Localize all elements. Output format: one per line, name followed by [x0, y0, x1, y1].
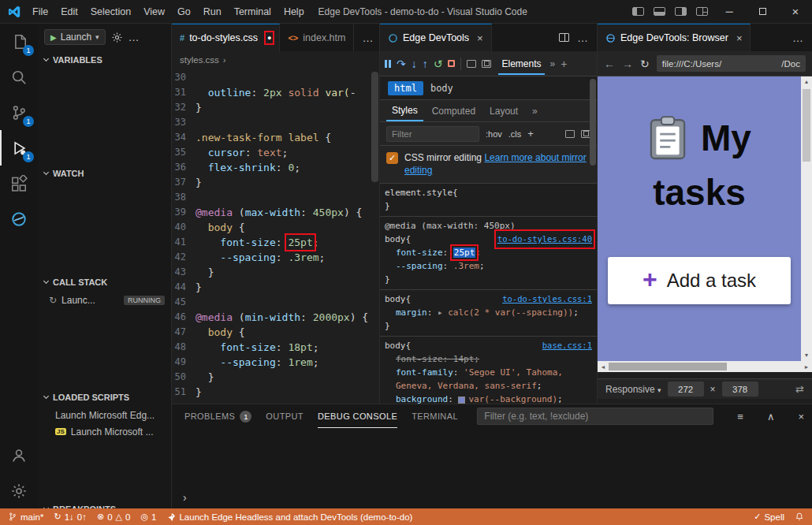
console-options-icon[interactable]: ≡	[737, 411, 743, 423]
source-link[interactable]: to-do-styles.css:1	[502, 292, 592, 306]
extensions-icon[interactable]	[0, 166, 38, 201]
close-panel-icon[interactable]: ×	[798, 411, 804, 423]
close-button[interactable]: ×	[779, 0, 812, 24]
console-filter-input[interactable]	[477, 408, 713, 425]
more-actions-icon[interactable]: …	[129, 31, 140, 43]
modified-dot-icon[interactable]: ●	[267, 34, 271, 42]
device-emulation-icon[interactable]	[482, 60, 491, 68]
editor-actions-icon[interactable]: …	[577, 32, 589, 44]
split-editor-icon[interactable]	[559, 33, 569, 42]
branch-status[interactable]: main*	[8, 512, 43, 522]
section-breakpoints[interactable]: BREAKPOINTS	[38, 500, 171, 508]
tab-elements[interactable]: Elements	[498, 53, 544, 75]
tab-styles[interactable]: Styles	[386, 100, 423, 121]
problems-status[interactable]: ⊗ 0 △ 0	[97, 512, 131, 522]
menu-run[interactable]: Run	[197, 3, 228, 20]
code-line-46[interactable]: 46@media (min-width: 2000px) {	[172, 310, 379, 325]
code-line-32[interactable]: 32}	[172, 100, 379, 115]
tab-computed[interactable]: Computed	[426, 100, 481, 121]
edge-devtools-extension-icon[interactable]	[0, 201, 38, 236]
code-line-44[interactable]: 44}	[172, 280, 379, 295]
mirror-editing-checkbox[interactable]: ✓	[386, 152, 398, 164]
rule-selector[interactable]: element.style	[385, 186, 453, 199]
source-link[interactable]: to-do-styles.css:40	[497, 233, 592, 246]
code-line-48[interactable]: 48 font-size: 18pt;	[172, 340, 379, 355]
call-stack-session[interactable]: ↻ Launc... RUNNING	[38, 292, 171, 309]
back-icon[interactable]: ←	[604, 58, 615, 70]
code-editor[interactable]: 3031 outline: 2px solid var(-32}3334.new…	[172, 69, 379, 404]
new-style-rule-icon[interactable]: +	[527, 128, 534, 140]
dom-node-body[interactable]: body	[430, 83, 453, 94]
menu-go[interactable]: Go	[171, 3, 197, 20]
debug-console-content[interactable]: ›	[172, 428, 812, 508]
toggle-class-button[interactable]: .cls	[508, 129, 522, 139]
sync-status[interactable]: ↻ 1↓ 0↑	[54, 512, 87, 522]
ports-status[interactable]: ◎ 1	[140, 512, 156, 522]
console-prompt-icon[interactable]: ›	[183, 491, 187, 504]
tab-index-htm[interactable]: <> index.htm	[280, 24, 354, 51]
close-icon[interactable]: ×	[736, 32, 743, 44]
rule-selector[interactable]: body	[385, 339, 406, 352]
styles-filter-input[interactable]	[386, 126, 479, 142]
viewport-vertical-scrollbar[interactable]: ▲ ▼	[801, 76, 812, 361]
tab-layout[interactable]: Layout	[484, 100, 523, 121]
editor-actions-icon[interactable]: …	[792, 32, 804, 44]
tab-devtools-browser[interactable]: Edge DevTools: Browser ×	[598, 24, 751, 51]
loaded-script-item[interactable]: Launch Microsoft Edg...	[38, 407, 171, 423]
accounts-icon[interactable]	[0, 438, 38, 473]
code-line-45[interactable]: 45	[172, 295, 379, 310]
section-call-stack[interactable]: CALL STACK	[38, 273, 171, 292]
style-property[interactable]: background: var(--background);	[385, 393, 592, 404]
menu-selection[interactable]: Selection	[84, 3, 137, 20]
customize-layout-icon[interactable]	[696, 7, 708, 16]
rotate-dimensions-icon[interactable]: ⇄	[795, 383, 804, 395]
rule-selector[interactable]: body	[385, 233, 406, 246]
code-line-43[interactable]: 43 }	[172, 265, 379, 280]
menu-file[interactable]: File	[26, 3, 54, 20]
launch-config-dropdown[interactable]: ▶ Launch ▾	[44, 29, 106, 45]
more-tools-icon[interactable]: »	[550, 58, 556, 69]
inspect-icon[interactable]	[467, 60, 476, 68]
settings-gear-icon[interactable]	[0, 473, 38, 508]
style-property[interactable]: margin: ▸ calc(2 * var(--spacing));	[385, 306, 592, 319]
toggle-sidebar-icon[interactable]	[632, 7, 644, 16]
maximize-panel-icon[interactable]: ∧	[767, 411, 775, 423]
minimize-button[interactable]: ─	[713, 0, 746, 24]
code-line-41[interactable]: 41 font-size: 25pt;	[172, 235, 379, 250]
menu-terminal[interactable]: Terminal	[228, 3, 277, 20]
explorer-icon[interactable]: 1	[0, 24, 38, 59]
viewport-horizontal-scrollbar[interactable]: ◄ ►	[598, 361, 812, 372]
tab-to-do-styles-css[interactable]: # to-do-styles.css ●	[172, 24, 280, 51]
source-link[interactable]: base.css:1	[542, 339, 592, 352]
breadcrumb-item[interactable]: styles.css	[180, 55, 219, 65]
devtools-scrollbar[interactable]	[590, 79, 596, 166]
spell-status[interactable]: ✓ Spell	[754, 512, 784, 522]
style-property[interactable]: --spacing: .3rem;	[385, 259, 592, 273]
more-tabs-icon[interactable]: »	[527, 100, 543, 121]
section-variables[interactable]: VARIABLES	[38, 50, 171, 69]
code-line-49[interactable]: 49 --spacing: 1rem;	[172, 355, 379, 370]
tab-edge-devtools[interactable]: Edge DevTools ×	[380, 24, 492, 51]
device-height-input[interactable]	[722, 382, 758, 397]
code-line-36[interactable]: 36 flex-shrink: 0;	[172, 160, 379, 175]
code-line-34[interactable]: 34.new-task-form label {	[172, 130, 379, 145]
configure-gear-icon[interactable]	[111, 32, 123, 43]
tab-output[interactable]: OUTPUT	[266, 404, 304, 428]
code-line-35[interactable]: 35 cursor: text;	[172, 145, 379, 160]
scroll-right-icon[interactable]: ►	[801, 364, 812, 370]
stop-icon[interactable]	[448, 60, 455, 67]
start-debugging-icon[interactable]: ▶	[50, 33, 57, 42]
style-property[interactable]: font-size: 14pt;	[385, 352, 592, 366]
task-status[interactable]: Launch Edge Headless and attach DevTools…	[166, 512, 412, 522]
code-line-38[interactable]: 38	[172, 190, 379, 205]
code-line-30[interactable]: 30	[172, 70, 379, 85]
breadcrumb[interactable]: styles.css ›	[172, 51, 379, 69]
add-tool-icon[interactable]: +	[561, 58, 567, 70]
add-task-button[interactable]: + Add a task	[608, 257, 791, 304]
menu-view[interactable]: View	[137, 3, 171, 20]
menu-edit[interactable]: Edit	[54, 3, 84, 20]
grid-overlay-icon[interactable]	[565, 130, 575, 138]
pause-icon[interactable]	[385, 60, 391, 68]
device-mode-dropdown[interactable]: Responsive ▾	[605, 384, 661, 395]
device-width-input[interactable]	[668, 382, 704, 397]
